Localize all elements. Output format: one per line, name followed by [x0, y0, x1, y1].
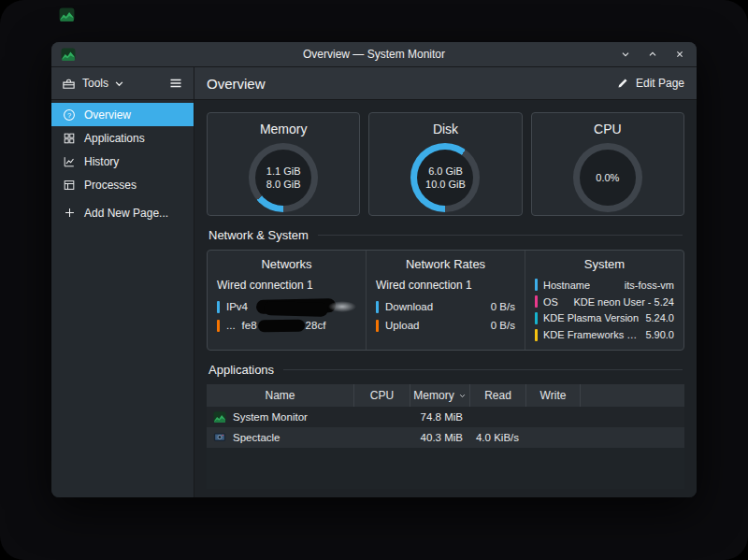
download-color-bar [376, 301, 379, 313]
process-name: Spectacle [233, 432, 280, 443]
toolbox-icon [62, 77, 76, 91]
ipv6-suffix: 28cf [306, 320, 326, 331]
pencil-icon [616, 77, 629, 90]
process-name: System Monitor [233, 411, 308, 423]
sidebar-toolbar: Tools [51, 67, 194, 100]
network-rates-column: Network Rates Wired connection 1 Downloa… [366, 251, 525, 350]
ipv4-color-bar [217, 301, 220, 313]
tools-menu-button[interactable]: Tools [62, 77, 123, 91]
os-row: OS KDE neon User - 5.24 [535, 294, 674, 310]
upload-row: Upload 0 B/s [376, 316, 515, 335]
network-system-section-header: Network & System [209, 228, 683, 242]
cpu-card-title: CPU [594, 122, 622, 136]
column-header-label: Write [540, 389, 567, 402]
networks-connection-name: Wired connection 1 [217, 279, 356, 292]
sidebar-item-label: History [84, 155, 119, 168]
ipv6-label: ... [226, 320, 236, 331]
upload-label: Upload [385, 320, 419, 331]
ipv4-row: IPv4 [217, 297, 356, 316]
memory-gauge: 1.1 GiB 8.0 GiB [249, 143, 318, 212]
column-header-read[interactable]: Read [470, 384, 526, 407]
network-rates-title: Network Rates [376, 257, 515, 271]
hostname-row: Hostname its-foss-vm [535, 277, 674, 294]
redaction-smudge [328, 301, 356, 312]
cpu-gauge: 0.0% [573, 143, 642, 212]
hostname-label: Hostname [543, 280, 590, 291]
minimize-button[interactable] [618, 47, 633, 62]
os-value: KDE neon User - 5.24 [573, 296, 674, 308]
process-memory: 40.3 MiB [410, 432, 470, 443]
applications-section-title: Applications [209, 363, 274, 377]
sidebar-item-label: Processes [84, 179, 137, 192]
column-header-label: Name [265, 389, 295, 402]
network-system-card: Networks Wired connection 1 IPv4 [207, 250, 684, 351]
column-header-name[interactable]: Name [207, 384, 354, 407]
frameworks-version-label: KDE Frameworks Ve... [543, 329, 640, 340]
sidebar-item-processes[interactable]: Processes [51, 173, 194, 196]
cpu-card: CPU 0.0% [531, 112, 684, 216]
spectacle-app-icon [213, 431, 226, 444]
hostname-value: its-foss-vm [625, 280, 674, 291]
applications-table-header: Name CPU Memory Read Writ [207, 384, 684, 407]
disk-card: Disk 6.0 GiB 10.0 GiB [368, 112, 522, 216]
page-header: Overview Edit Page [194, 67, 697, 100]
memory-total-value: 8.0 GiB [266, 178, 301, 191]
table-row-spectacle[interactable]: Spectacle 40.3 MiB 4.0 KiB/s [207, 427, 684, 448]
disk-gauge: 6.0 GiB 10.0 GiB [410, 143, 480, 212]
sidebar-item-label: Applications [84, 132, 145, 145]
redaction-scribble [257, 319, 304, 332]
sort-descending-icon [458, 392, 467, 400]
upload-color-bar [376, 320, 379, 332]
sidebar-item-label: Add New Page... [84, 207, 168, 220]
page-title: Overview [207, 76, 266, 92]
column-header-memory[interactable]: Memory [410, 384, 470, 407]
memory-card-title: Memory [260, 122, 308, 136]
column-header-write[interactable]: Write [526, 384, 581, 407]
window-titlebar[interactable]: Overview — System Monitor [51, 42, 697, 67]
table-row-system-monitor[interactable]: System Monitor 74.8 MiB [207, 407, 684, 427]
redaction-scribble [264, 301, 328, 317]
sidebar-item-history[interactable]: History [51, 150, 194, 173]
sidebar-item-add-new-page[interactable]: Add New Page... [51, 201, 194, 224]
system-column: System Hostname its-foss-vm OS KDE neon … [525, 251, 683, 350]
svg-text:?: ? [67, 110, 71, 119]
hamburger-menu-button[interactable] [168, 76, 183, 91]
applications-section-header: Applications [209, 363, 683, 377]
chevron-down-icon [115, 79, 123, 88]
column-header-cpu[interactable]: CPU [354, 384, 410, 407]
network-system-section-title: Network & System [209, 228, 309, 242]
sidebar-item-label: Overview [84, 108, 131, 122]
hostname-color-bar [535, 279, 538, 291]
networks-title: Networks [217, 257, 356, 271]
network-rates-connection-name: Wired connection 1 [376, 279, 515, 292]
sidebar-item-overview[interactable]: ? Overview [51, 103, 194, 126]
maximize-button[interactable] [645, 47, 660, 62]
disk-used-value: 6.0 GiB [428, 165, 463, 178]
edit-page-button[interactable]: Edit Page [616, 77, 684, 90]
plasma-version-label: KDE Plasma Version [543, 312, 639, 323]
sidebar-item-applications[interactable]: Applications [51, 126, 194, 150]
column-header-label: Memory [413, 389, 453, 402]
applications-table: Name CPU Memory Read Writ [207, 384, 684, 489]
table-icon [63, 179, 76, 192]
frameworks-version-row: KDE Frameworks Ve... 5.90.0 [535, 326, 674, 343]
column-header-label: Read [484, 389, 511, 402]
plasma-version-color-bar [535, 312, 538, 324]
chevron-up-icon [646, 48, 659, 61]
column-header-label: CPU [370, 389, 394, 402]
edit-page-label: Edit Page [636, 77, 684, 90]
system-monitor-app-icon [213, 410, 226, 424]
main-area: Overview Edit Page Memory 1.1 GiB [194, 67, 697, 497]
window-controls [618, 47, 687, 62]
page-content: Memory 1.1 GiB 8.0 GiB Disk 6.0 Gi [194, 100, 697, 497]
ipv6-row: ... fe8 28cf [217, 316, 356, 335]
os-color-bar [535, 295, 538, 308]
process-read: 4.0 KiB/s [470, 432, 526, 443]
close-button[interactable] [672, 47, 687, 62]
section-divider [283, 369, 683, 370]
sidebar-page-list: ? Overview Applications [51, 100, 194, 224]
plasma-version-value: 5.24.0 [645, 312, 674, 323]
memory-used-value: 1.1 GiB [266, 165, 301, 178]
system-monitor-panel-icon[interactable] [59, 7, 75, 22]
frameworks-version-color-bar [535, 329, 538, 341]
